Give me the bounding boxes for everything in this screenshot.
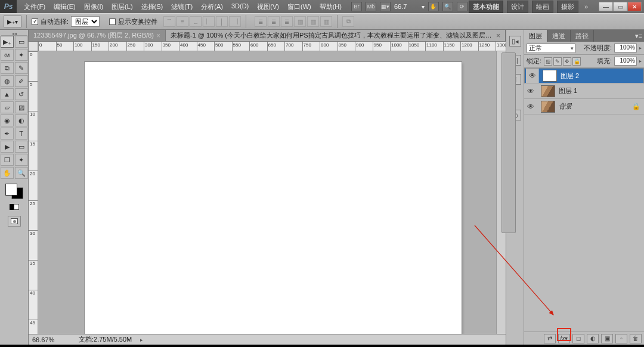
- gradient-tool[interactable]: ▨: [15, 101, 28, 113]
- history-brush-tool[interactable]: ↺: [15, 88, 28, 100]
- default-colors-icon[interactable]: [10, 204, 19, 210]
- layer-name[interactable]: 图层 2: [561, 72, 579, 80]
- ruler-vertical[interactable]: 05101520253035404550: [29, 51, 38, 334]
- zoom-tool-icon[interactable]: 🔍: [442, 2, 453, 11]
- foreground-color-swatch[interactable]: [5, 184, 17, 196]
- view-extras-icon[interactable]: ▦▾: [380, 2, 391, 11]
- stamp-tool[interactable]: ▲: [1, 88, 14, 100]
- visibility-toggle-icon[interactable]: 👁: [524, 87, 537, 95]
- zoom-dropdown-icon[interactable]: ▾: [422, 4, 425, 10]
- distribute-bottom-icon[interactable]: ≣: [281, 16, 293, 27]
- launch-bridge-icon[interactable]: Br: [351, 2, 362, 11]
- align-vcenter-icon[interactable]: ≡: [177, 16, 188, 27]
- menu-layer[interactable]: 图层(L): [108, 2, 136, 11]
- zoom-level-field[interactable]: [394, 3, 418, 10]
- auto-select-checkbox[interactable]: ✓: [32, 18, 38, 25]
- quick-select-tool[interactable]: ✦: [15, 49, 28, 61]
- align-bottom-icon[interactable]: ⎵: [190, 16, 202, 27]
- toolbox-collapse-icon[interactable]: ◂◂: [12, 31, 17, 35]
- menu-view[interactable]: 视图(V): [253, 2, 283, 11]
- quick-mask-button[interactable]: [8, 216, 21, 227]
- menu-analysis[interactable]: 分析(A): [197, 2, 227, 11]
- layer-group-icon[interactable]: ▣: [601, 334, 613, 343]
- lock-pixels-icon[interactable]: ✎: [553, 57, 562, 66]
- menu-image[interactable]: 图像(I): [80, 2, 107, 11]
- color-swatches[interactable]: [4, 182, 24, 200]
- menu-filter[interactable]: 滤镜(T): [168, 2, 196, 11]
- opacity-slider-icon[interactable]: ▸: [639, 45, 642, 51]
- lasso-tool[interactable]: ᘛ: [1, 49, 14, 61]
- ruler-origin[interactable]: [29, 42, 38, 51]
- show-transform-checkbox[interactable]: [109, 18, 116, 25]
- close-tab-icon[interactable]: ×: [496, 32, 500, 40]
- layer-fx-icon[interactable]: fx▾: [558, 334, 570, 343]
- blur-tool[interactable]: ◉: [1, 114, 14, 126]
- distribute-right-icon[interactable]: ▥: [320, 16, 332, 27]
- launch-mb-icon[interactable]: Mb: [366, 2, 376, 11]
- lock-transparent-icon[interactable]: ▨: [544, 57, 552, 66]
- minimize-button[interactable]: —: [599, 2, 613, 11]
- visibility-toggle-icon[interactable]: 👁: [526, 69, 539, 83]
- menu-window[interactable]: 窗口(W): [284, 2, 315, 11]
- type-tool[interactable]: T: [15, 128, 28, 140]
- distribute-vcenter-icon[interactable]: ≣: [268, 16, 280, 27]
- new-layer-icon[interactable]: ▫: [615, 334, 627, 343]
- maximize-button[interactable]: ▭: [613, 2, 627, 11]
- close-tab-icon[interactable]: ×: [156, 32, 160, 40]
- status-doc-info[interactable]: 文档:2.75M/5.50M: [79, 335, 132, 344]
- hand-tool[interactable]: ✋: [1, 167, 14, 179]
- zoom-tool[interactable]: 🔍: [15, 167, 28, 179]
- opacity-field[interactable]: 100%: [614, 44, 637, 52]
- current-tool-indicator[interactable]: ▶₊▾: [4, 16, 21, 27]
- distribute-top-icon[interactable]: ≣: [255, 16, 267, 27]
- layer-thumbnail[interactable]: [541, 85, 555, 97]
- lock-all-icon[interactable]: 🔒: [572, 57, 581, 66]
- auto-select-dropdown[interactable]: 图层: [71, 16, 100, 27]
- delete-layer-icon[interactable]: 🗑: [630, 334, 642, 343]
- layer-row[interactable]: 👁图层 2: [524, 68, 644, 83]
- more-workspaces-icon[interactable]: »: [582, 3, 590, 10]
- eraser-tool[interactable]: ▱: [1, 101, 14, 113]
- healing-tool[interactable]: ◍: [1, 75, 14, 87]
- move-tool[interactable]: ▶₊: [1, 36, 14, 48]
- lock-position-icon[interactable]: ✥: [563, 57, 571, 66]
- workspace-photography[interactable]: 摄影: [557, 1, 578, 13]
- crop-tool[interactable]: ⧉: [1, 62, 14, 74]
- path-select-tool[interactable]: ▶: [1, 141, 14, 153]
- scrollbar-thumb[interactable]: [501, 52, 516, 233]
- pen-tool[interactable]: ✒: [1, 128, 14, 140]
- close-button[interactable]: ✕: [627, 2, 642, 11]
- eyedropper-tool[interactable]: ✎: [15, 62, 28, 74]
- align-right-icon[interactable]: ⎹: [229, 16, 241, 27]
- layer-name[interactable]: 图层 1: [559, 86, 577, 95]
- layer-row[interactable]: 👁图层 1: [524, 83, 644, 99]
- tab-layers[interactable]: 图层: [524, 30, 547, 42]
- align-top-icon[interactable]: ⎴: [163, 16, 175, 27]
- ruler-horizontal[interactable]: 0501001502002503003504004505005506006507…: [38, 42, 506, 51]
- status-menu-icon[interactable]: ▸: [140, 337, 143, 343]
- document-tab[interactable]: 未标题-1 @ 100% (今天小白教给大家如何用PS搞定古风调色技巧，本次教程…: [166, 30, 506, 41]
- shape-tool[interactable]: ▭: [15, 141, 28, 153]
- history-panel-icon[interactable]: ▯◂: [509, 36, 521, 47]
- tab-paths[interactable]: 路径: [571, 30, 594, 42]
- vertical-scrollbar[interactable]: [496, 51, 506, 334]
- status-zoom[interactable]: 66.67%: [32, 336, 70, 343]
- menu-file[interactable]: 文件(F): [20, 2, 49, 11]
- distribute-left-icon[interactable]: ▥: [294, 16, 306, 27]
- layer-mask-icon[interactable]: ◻: [572, 334, 584, 343]
- align-hcenter-icon[interactable]: │: [216, 16, 228, 27]
- fill-slider-icon[interactable]: ▸: [639, 58, 642, 64]
- workspace-design[interactable]: 设计: [507, 1, 528, 13]
- layer-row[interactable]: 👁背景🔒: [524, 99, 644, 114]
- menu-help[interactable]: 帮助(H): [316, 2, 345, 11]
- tab-channels[interactable]: 通道: [547, 30, 571, 42]
- workspace-essentials[interactable]: 基本功能: [469, 1, 503, 13]
- canvas-viewport[interactable]: [38, 51, 496, 334]
- layer-thumbnail[interactable]: [543, 70, 557, 82]
- menu-select[interactable]: 选择(S): [138, 2, 167, 11]
- layer-thumbnail[interactable]: [541, 101, 555, 113]
- blend-mode-dropdown[interactable]: 正常: [527, 44, 575, 53]
- document-tab[interactable]: 123355497.jpg @ 66.7% (图层 2, RGB/8) ×: [29, 30, 166, 41]
- rotate-view-icon[interactable]: ⟳: [457, 2, 467, 11]
- auto-align-icon[interactable]: ⧉: [342, 16, 354, 27]
